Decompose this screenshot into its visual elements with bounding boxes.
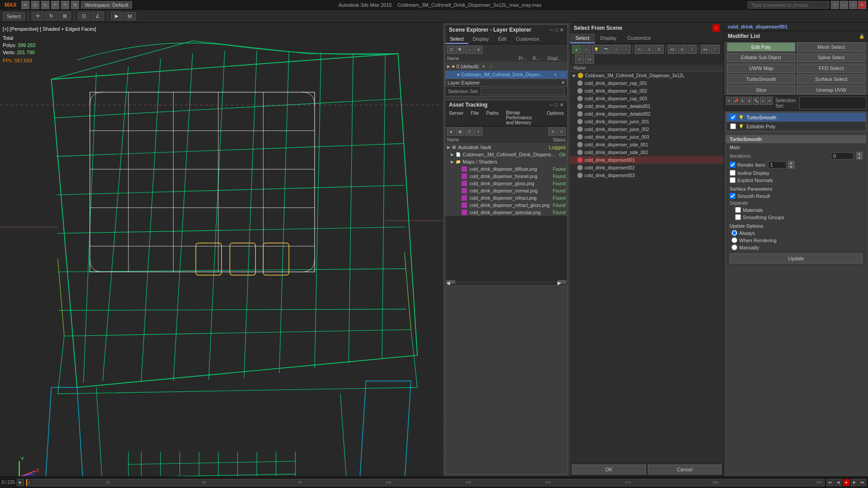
sfs-item-juice001[interactable]: cold_drink_dispenser_juice_001 [570, 118, 723, 126]
spline-select-btn[interactable]: Spline Select [797, 53, 865, 62]
sfs-item-details002[interactable]: cold_drink_dispenser_details002 [570, 110, 723, 118]
timeline-last-btn[interactable]: ⏭ [859, 479, 866, 486]
at-item-fresnel[interactable]: cold_drink_dispenser_fresnel.png Found [445, 173, 567, 180]
mod-tb-1[interactable]: ✕ [726, 97, 732, 105]
timeline-first-btn[interactable]: ⏮ [826, 479, 834, 486]
se-settings-btn[interactable]: ⚙ [474, 46, 482, 54]
at-btn3[interactable]: ☰ [465, 127, 473, 136]
render-btn[interactable]: ▶ [111, 12, 123, 20]
sfs-item-cap003[interactable]: cold_drink_dispenser_cap_003 [570, 95, 723, 103]
at-menu-bitmap[interactable]: Bitmap Performance and Memory [502, 109, 543, 126]
sfs-close-btn[interactable]: ✕ [712, 24, 720, 32]
sfs-btn-partial[interactable]: * [711, 45, 720, 54]
at-menu-options[interactable]: Options [543, 109, 567, 126]
sfs-cancel-button[interactable]: Cancel [648, 465, 722, 474]
at-item-maps[interactable]: ▶ 📁 Maps / Shaders [445, 158, 567, 165]
mod-editablepoly-visible[interactable] [730, 123, 736, 129]
se-tab-select[interactable]: Select [445, 35, 468, 44]
timeline-prev-btn[interactable]: ◀ [835, 479, 842, 486]
sfs-item-side002[interactable]: cold_drink_dispenser_side_002 [570, 149, 723, 156]
se-maximize-btn[interactable]: □ [555, 27, 558, 33]
turbosmooth-section-title[interactable]: TurboSmooth [726, 135, 866, 143]
sfs-btn-hier[interactable]: ⊶ [585, 55, 594, 64]
se-tab-customize[interactable]: Customize [511, 35, 544, 44]
sfs-btn-helpers[interactable]: + [612, 45, 621, 54]
sfs-btn-case[interactable]: Aa [701, 45, 710, 54]
sfs-btn-list[interactable]: ≡ [575, 55, 584, 64]
surface-select-btn[interactable]: Surface Select [797, 75, 865, 84]
se-tab-display[interactable]: Display [468, 35, 494, 44]
mod-tb-3[interactable]: ⬆ [740, 97, 745, 105]
ts-iter-down[interactable]: ▼ [856, 156, 863, 160]
sfs-btn-geometry[interactable]: ▲ [572, 45, 581, 54]
save-button[interactable]: S [41, 1, 49, 9]
asset-tracking-titlebar[interactable]: Asset Tracking ─ □ ✕ [445, 100, 567, 109]
sfs-ok-button[interactable]: OK [572, 465, 646, 474]
selection-set-input[interactable] [481, 88, 565, 95]
close-button[interactable]: ✕ [858, 1, 866, 9]
ts-render-down[interactable]: ▼ [788, 165, 794, 169]
sfs-btn-bones[interactable]: B [655, 45, 664, 54]
at-item-diffuse[interactable]: cold_drink_dispenser_diffuse.png Found [445, 165, 567, 173]
ts-explicit-check[interactable] [730, 177, 736, 183]
help-button[interactable]: ? [831, 1, 839, 9]
sfs-item-root[interactable]: ▶ Coldream_3M_Cofrimell_Drink_Dispenser_… [570, 72, 723, 80]
sfs-tab-display[interactable]: Display [595, 33, 622, 43]
sfs-btn-cameras[interactable]: 📷 [602, 45, 611, 54]
at-item-gloss[interactable]: cold_drink_dispenser_gloss.png Found [445, 180, 567, 187]
at-maximize-btn[interactable]: □ [555, 102, 558, 108]
ts-iter-up[interactable]: ▲ [856, 152, 863, 155]
mod-tb-2[interactable]: 📌 [733, 97, 739, 105]
ffd-select-btn[interactable]: FFD Select [797, 64, 865, 73]
ts-iterations-input[interactable] [831, 152, 854, 160]
at-hscrollbar[interactable]: ◀ ▶ [445, 279, 567, 285]
minimize-button[interactable]: ─ [840, 1, 848, 9]
at-settings-btn[interactable]: ⚙ [548, 127, 557, 136]
ts-rendering-radio[interactable] [731, 237, 737, 243]
mod-tb-4[interactable]: ⬇ [746, 97, 752, 105]
mod-copy-btn[interactable]: C [760, 97, 766, 105]
ts-materials-check[interactable] [735, 207, 741, 213]
mod-turbosmooth-visible[interactable] [730, 114, 736, 120]
at-btn4[interactable]: ≡ [474, 127, 482, 136]
sfs-btn-invert[interactable]: I [688, 45, 697, 54]
sfs-item-cap001[interactable]: cold_drink_dispenser_cap_001 [570, 80, 723, 87]
sfs-item-juice002[interactable]: cold_drink_dispenser_juice_002 [570, 126, 723, 133]
sfs-item-dispenser002[interactable]: cold_drink_dispenser002 [570, 164, 723, 172]
sfs-btn-none[interactable]: N [678, 45, 687, 54]
unwrap-uvw-btn[interactable]: Unwrap UVW [797, 85, 865, 94]
at-close-btn[interactable]: ✕ [560, 102, 564, 108]
se-search-btn[interactable]: 🔍 [456, 46, 464, 54]
se-layer-default[interactable]: ▶ ■ 0 (default) ☀ □ [445, 62, 567, 70]
mod-paste-btn[interactable]: P [767, 97, 773, 105]
ts-render-up[interactable]: ▲ [788, 161, 794, 164]
at-item-vault[interactable]: ▶ 🏛 Autodesk Vault Logged [445, 144, 567, 151]
at-btn2[interactable]: ▣ [456, 127, 464, 136]
timeline-record-btn[interactable]: ● [843, 479, 850, 486]
select-toolbar-btn[interactable]: Select [3, 12, 25, 20]
mod-selection-set-input[interactable] [799, 97, 866, 109]
at-btn1[interactable]: ■ [447, 127, 455, 136]
ts-always-radio[interactable] [731, 230, 737, 236]
at-item-normal[interactable]: cold_drink_dispenser_normal.png Found [445, 187, 567, 194]
ts-isoline-check[interactable] [730, 170, 736, 176]
slice-btn[interactable]: Slice [727, 85, 795, 94]
sfs-item-juice003[interactable]: cold_drink_dispenser_juice_003 [570, 133, 723, 141]
open-button[interactable]: O [31, 1, 39, 9]
ts-manually-radio[interactable] [731, 244, 737, 250]
editable-sub-btn[interactable]: Editable Sub-Object [727, 53, 795, 62]
search-input[interactable] [748, 1, 829, 9]
sfs-btn-groups[interactable]: G [635, 45, 644, 54]
move-btn[interactable]: ✛ [32, 12, 44, 20]
timeline-play-btn[interactable]: ▶ [17, 479, 24, 486]
sfs-item-dispenser003[interactable]: cold_drink_dispenser003 [570, 172, 723, 179]
at-refresh-btn[interactable]: ↻ [557, 127, 566, 136]
se-filter-btn[interactable]: ☰ [447, 46, 455, 54]
sfs-item-details001[interactable]: cold_drink_dispenser_details001 [570, 103, 723, 110]
timeline-next-btn[interactable]: ▶ [851, 479, 858, 486]
sfs-item-cap002[interactable]: cold_drink_dispenser_cap_002 [570, 87, 723, 95]
timeline-track[interactable]: 0 25 50 75 100 125 150 175 200 225 [26, 479, 825, 486]
modifier-stack-editable-poly[interactable]: 💡 Editable Poly [726, 122, 866, 131]
at-menu-paths[interactable]: Paths [482, 109, 502, 126]
sfs-btn-xrefs[interactable]: X [645, 45, 654, 54]
